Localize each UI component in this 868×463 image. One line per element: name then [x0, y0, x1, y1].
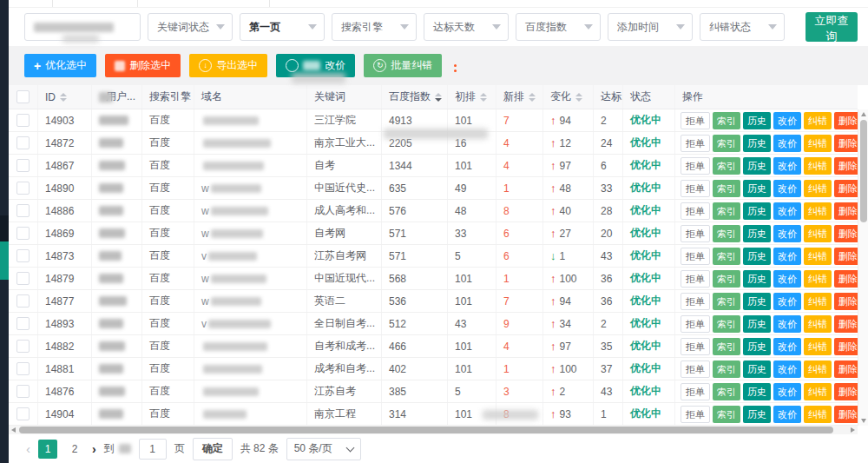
- price-button[interactable]: 改价: [773, 135, 801, 152]
- horizontal-scrollbar-thumb[interactable]: [19, 427, 833, 433]
- prev-page-button[interactable]: ‹: [26, 441, 30, 456]
- index-button[interactable]: 索引: [713, 135, 740, 152]
- correct-button[interactable]: 纠错: [804, 338, 832, 355]
- delete-button[interactable]: 删除: [834, 202, 858, 220]
- sidebar-scroll-indicator[interactable]: [0, 241, 9, 280]
- column-header[interactable]: 变化: [543, 85, 594, 109]
- history-button[interactable]: 历史: [743, 202, 771, 220]
- reject-button[interactable]: 拒单: [681, 157, 710, 175]
- row-checkbox[interactable]: [16, 114, 30, 127]
- history-button[interactable]: 历史: [743, 383, 771, 400]
- price-button[interactable]: 改价: [773, 180, 801, 197]
- index-button[interactable]: 索引: [713, 338, 740, 355]
- select-all-checkbox[interactable]: [16, 90, 30, 103]
- history-button[interactable]: 历史: [743, 293, 771, 310]
- search-input[interactable]: [24, 13, 141, 41]
- sort-asc-icon[interactable]: [575, 93, 582, 96]
- delete-button[interactable]: 删除: [834, 112, 858, 129]
- reject-button[interactable]: 拒单: [681, 180, 710, 197]
- reject-button[interactable]: 拒单: [681, 338, 710, 355]
- price-button[interactable]: 改价: [773, 360, 801, 378]
- scroll-left-arrow-icon[interactable]: [11, 427, 16, 433]
- page-2-button[interactable]: 2: [65, 440, 84, 459]
- price-button[interactable]: 改价: [773, 383, 801, 400]
- price-button[interactable]: 改价: [773, 225, 801, 242]
- index-button[interactable]: 索引: [713, 315, 740, 333]
- row-checkbox[interactable]: [16, 340, 30, 353]
- correct-button[interactable]: 纠错: [804, 293, 832, 310]
- row-checkbox[interactable]: [16, 362, 30, 375]
- reject-button[interactable]: 拒单: [681, 360, 710, 378]
- delete-button[interactable]: 删除: [834, 315, 858, 333]
- reject-button[interactable]: 拒单: [681, 225, 710, 242]
- correct-button[interactable]: 纠错: [804, 202, 832, 220]
- index-button[interactable]: 索引: [713, 112, 740, 129]
- reject-button[interactable]: 拒单: [681, 270, 710, 288]
- sort-caret-icon[interactable]: [435, 93, 442, 102]
- index-button[interactable]: 索引: [713, 248, 740, 265]
- history-button[interactable]: 历史: [743, 360, 771, 378]
- correct-button[interactable]: 纠错: [804, 112, 832, 129]
- delete-button[interactable]: 删除: [834, 135, 858, 152]
- delete-button[interactable]: 删除: [834, 157, 858, 175]
- row-checkbox[interactable]: [16, 182, 30, 195]
- sort-desc-icon[interactable]: [480, 98, 487, 102]
- price-button[interactable]: 改价: [773, 112, 801, 129]
- row-checkbox[interactable]: [16, 272, 30, 285]
- correct-button[interactable]: 纠错: [804, 157, 832, 175]
- delete-button[interactable]: 删除: [834, 406, 858, 423]
- row-checkbox[interactable]: [16, 204, 30, 217]
- index-button[interactable]: 索引: [713, 383, 740, 400]
- delete-button[interactable]: 删除: [834, 383, 858, 400]
- delete-button[interactable]: 删除: [834, 360, 858, 378]
- page-1-button[interactable]: 1: [38, 440, 57, 459]
- price-button[interactable]: 改价: [773, 293, 801, 310]
- index-button[interactable]: 索引: [713, 180, 740, 197]
- history-button[interactable]: 历史: [743, 135, 771, 152]
- row-checkbox[interactable]: [16, 294, 30, 308]
- correct-button[interactable]: 纠错: [804, 315, 832, 333]
- filter-dropdown[interactable]: 百度指数: [516, 13, 601, 41]
- history-button[interactable]: 历史: [743, 406, 771, 423]
- reject-button[interactable]: 拒单: [681, 135, 710, 152]
- reject-button[interactable]: 拒单: [681, 383, 710, 400]
- vertical-scrollbar-thumb[interactable]: [860, 120, 867, 222]
- reject-button[interactable]: 拒单: [681, 112, 710, 129]
- index-button[interactable]: 索引: [713, 406, 740, 423]
- next-page-button[interactable]: ›: [92, 442, 96, 456]
- sort-desc-icon[interactable]: [575, 98, 582, 102]
- correct-button[interactable]: 纠错: [804, 270, 832, 288]
- price-button[interactable]: 改价: [773, 270, 801, 288]
- sort-caret-icon[interactable]: [575, 93, 582, 102]
- correct-button[interactable]: 纠错: [804, 383, 832, 400]
- reject-button[interactable]: 拒单: [681, 248, 710, 265]
- delete-button[interactable]: 删除: [834, 270, 858, 288]
- sort-desc-icon[interactable]: [529, 98, 536, 102]
- price-button[interactable]: 改价: [773, 202, 801, 220]
- sort-caret-icon[interactable]: [60, 93, 67, 102]
- sort-caret-icon[interactable]: [480, 93, 487, 102]
- sort-asc-icon[interactable]: [435, 93, 442, 96]
- sort-desc-icon[interactable]: [435, 98, 442, 102]
- sort-asc-icon[interactable]: [60, 93, 67, 96]
- correct-button[interactable]: 纠错: [804, 248, 832, 265]
- index-button[interactable]: 索引: [713, 293, 740, 310]
- history-button[interactable]: 历史: [743, 180, 771, 197]
- price-button[interactable]: 改价: [773, 338, 801, 355]
- row-checkbox[interactable]: [16, 159, 30, 172]
- reject-button[interactable]: 拒单: [681, 202, 710, 220]
- page-size-select[interactable]: 50 条/页: [286, 438, 361, 460]
- row-checkbox[interactable]: [16, 136, 30, 149]
- row-checkbox[interactable]: [16, 407, 30, 420]
- price-button[interactable]: 改价: [773, 315, 801, 333]
- refresh-bulk-button[interactable]: ↻批量纠错: [364, 54, 442, 77]
- query-button[interactable]: 立即查询: [806, 12, 858, 42]
- column-header[interactable]: 百度指数: [382, 85, 448, 109]
- delete-button[interactable]: 删除: [834, 248, 858, 265]
- delete-button[interactable]: 删除: [834, 225, 858, 242]
- horizontal-scrollbar[interactable]: [9, 426, 858, 434]
- vertical-scrollbar[interactable]: [858, 109, 868, 426]
- row-checkbox[interactable]: [16, 249, 30, 262]
- scroll-up-arrow-icon[interactable]: [861, 112, 866, 116]
- price-button[interactable]: 改价: [773, 248, 801, 265]
